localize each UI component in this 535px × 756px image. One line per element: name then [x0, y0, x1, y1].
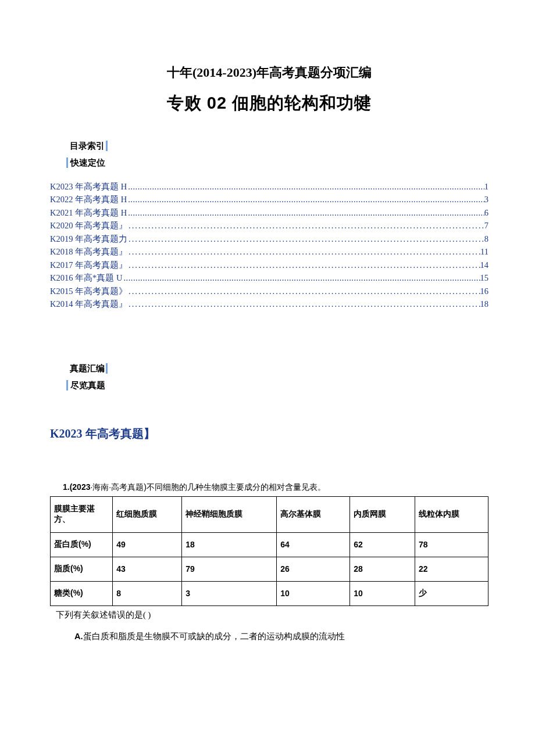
toc-entry[interactable]: K2019 年高考真题力............................…: [50, 232, 488, 245]
toc-entry-page: 11: [480, 245, 488, 258]
toc-entry-page: 3: [484, 193, 488, 206]
toc-leader-dots: ........................................…: [127, 232, 484, 245]
toc-entry-page: 8: [484, 232, 488, 245]
table-row: 糖类(%) 8 3 10 10 少: [51, 581, 488, 605]
toc-header-label-a: 目录索引: [70, 141, 105, 151]
table-header-cell: 内质网膜: [350, 496, 415, 532]
toc-entry-label: K2022 年高考真题 H: [50, 193, 127, 206]
table-header-cell: 红细胞质膜: [113, 496, 182, 532]
table-cell: 43: [113, 557, 182, 581]
section-header-label-a: 真题汇编: [70, 363, 105, 373]
table-row: 蛋白质(%) 49 18 64 62 78: [51, 532, 488, 557]
toc-entry[interactable]: K2017 年高考真题』............................…: [50, 259, 488, 271]
toc-leader-dots: ........................................…: [127, 259, 480, 271]
toc-entry[interactable]: K2021 年高考真题 H...........................…: [50, 206, 488, 219]
table-cell: 10: [277, 581, 350, 605]
toc-entry[interactable]: K2014 年高考真题』............................…: [50, 298, 488, 310]
toc-entry-page: 14: [480, 259, 489, 271]
toc-leader-dots: ........................................…: [122, 271, 480, 284]
table-cell: 79: [182, 557, 277, 581]
toc-entry-page: 6: [484, 206, 488, 219]
section-title-2023: K2023 年高考真题】: [50, 426, 488, 442]
table-row: 脂质(%) 43 79 26 28 22: [51, 557, 488, 581]
toc-entry[interactable]: K2023 年高考真题 H...........................…: [50, 180, 488, 193]
table-cell: 18: [182, 532, 277, 557]
option-a: A.蛋白质和脂质是生物膜不可或缺的成分，二者的运动构成膜的流动性: [74, 631, 488, 642]
table-of-contents: K2023 年高考真题 H...........................…: [50, 180, 488, 311]
toc-header-line2: 快速定位: [66, 157, 488, 169]
toc-header-line1: 目录索引: [70, 141, 488, 152]
table-cell: 22: [415, 557, 488, 581]
toc-entry[interactable]: K2022 年高考真题 H...........................…: [50, 193, 488, 206]
toc-entry-page: 18: [480, 298, 489, 310]
table-header-cell: 线粒体内膜: [415, 496, 488, 532]
membrane-table: 膜膜主要湛方、 红细胞质膜 神经鞘细胞质膜 高尔基体膜 内质网膜 线粒体内膜 蛋…: [50, 496, 488, 606]
table-cell: 62: [350, 532, 415, 557]
divider-bar-icon: [66, 380, 68, 390]
toc-entry-page: 16: [480, 285, 489, 298]
table-cell: 26: [277, 557, 350, 581]
table-header-cell: 神经鞘细胞质膜: [182, 496, 277, 532]
table-cell: 78: [415, 532, 488, 557]
divider-bar-icon: [106, 141, 108, 151]
toc-entry[interactable]: K2020 年高考真题』............................…: [50, 219, 488, 232]
table-cell: 脂质(%): [51, 557, 113, 581]
option-letter: A.: [74, 632, 83, 641]
table-cell: 少: [415, 581, 488, 605]
toc-header: 目录索引 快速定位: [70, 141, 488, 169]
toc-entry-label: K2018 年高考真题』: [50, 245, 127, 258]
toc-leader-dots: ........................................…: [127, 180, 484, 193]
section-header-line2: 尽览真题: [66, 380, 488, 391]
toc-entry-label: K2017 年高考真题』: [50, 259, 127, 271]
table-cell: 3: [182, 581, 277, 605]
toc-entry-label: K2014 年高考真题』: [50, 298, 127, 310]
toc-leader-dots: ........................................…: [127, 285, 480, 298]
option-text: 蛋白质和脂质是生物膜不可或缺的成分，二者的运动构成膜的流动性: [83, 632, 345, 641]
toc-leader-dots: ........................................…: [127, 298, 480, 310]
table-cell: 8: [113, 581, 182, 605]
toc-entry[interactable]: K2018 年高考真题』............................…: [50, 245, 488, 258]
doc-title-line1: 十年(2014-2023)年高考真题分项汇编: [50, 64, 488, 81]
table-cell: 10: [350, 581, 415, 605]
toc-leader-dots: ........................................…: [127, 219, 484, 232]
toc-entry-page: 15: [480, 271, 489, 284]
table-cell: 64: [277, 532, 350, 557]
divider-bar-icon: [66, 157, 68, 168]
toc-leader-dots: ........................................…: [127, 245, 480, 258]
toc-entry-label: K2015 年高考真题》: [50, 285, 127, 298]
table-header-row: 膜膜主要湛方、 红细胞质膜 神经鞘细胞质膜 高尔基体膜 内质网膜 线粒体内膜: [51, 496, 488, 532]
toc-entry-page: 1: [484, 180, 488, 193]
section-header: 真题汇编 尽览真题: [70, 363, 488, 391]
divider-bar-icon: [106, 363, 108, 374]
table-cell: 蛋白质(%): [51, 532, 113, 557]
toc-entry-label: K2023 年高考真题 H: [50, 180, 127, 193]
question-number: 1.(2023: [63, 482, 90, 492]
toc-entry-label: K2020 年高考真题』: [50, 219, 127, 232]
toc-leader-dots: ........................................…: [127, 193, 484, 206]
toc-entry-label: K2019 年高考真题力: [50, 232, 127, 245]
table-cell: 糖类(%): [51, 581, 113, 605]
table-cell: 28: [350, 557, 415, 581]
toc-leader-dots: ........................................…: [127, 206, 484, 219]
question-1: 1.(2023·海南·高考真题)不同细胞的几种生物膜主要成分的相对含量见表。 膜…: [50, 482, 488, 642]
toc-entry[interactable]: K2015 年高考真题》............................…: [50, 285, 488, 298]
toc-entry[interactable]: K2016 年高*真题 U...........................…: [50, 271, 488, 284]
table-header-cell: 高尔基体膜: [277, 496, 350, 532]
toc-entry-label: K2021 年高考真题 H: [50, 206, 127, 219]
toc-header-label-b: 快速定位: [70, 157, 105, 167]
toc-entry-label: K2016 年高*真题 U: [50, 271, 122, 284]
question-prompt: 下列有关叙述错误的是( ): [56, 610, 488, 621]
doc-title-line2: 专败 02 佃胞的轮构和功犍: [50, 92, 488, 115]
toc-entry-page: 7: [484, 219, 488, 232]
table-cell: 49: [113, 532, 182, 557]
table-header-cell: 膜膜主要湛方、: [51, 496, 113, 532]
question-stem: 1.(2023·海南·高考真题)不同细胞的几种生物膜主要成分的相对含量见表。: [63, 482, 488, 493]
section-header-label-b: 尽览真题: [70, 380, 105, 390]
section-header-line1: 真题汇编: [70, 363, 488, 374]
question-source: ·海南·高考真题)不同细胞的几种生物膜主要成分的相对含量见表。: [90, 482, 325, 492]
